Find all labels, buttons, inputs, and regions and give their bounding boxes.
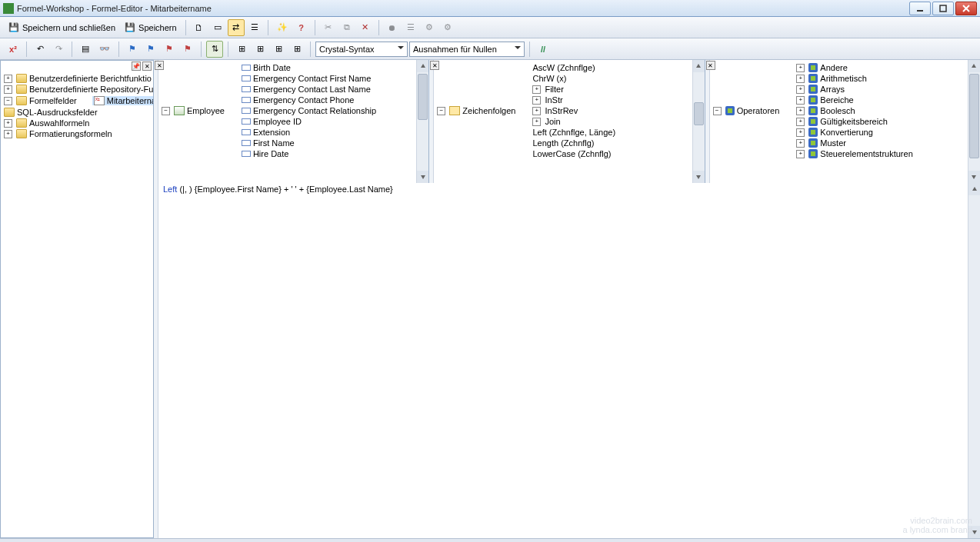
tree-item[interactable]: Mitarbeitername <box>92 96 153 105</box>
record-button[interactable]: ⏺ <box>384 19 401 36</box>
function-item[interactable]: Length (Zchnflg) <box>531 138 595 148</box>
operators-root[interactable]: Operatoren <box>712 106 782 115</box>
scrollbar-vertical[interactable] <box>692 60 705 183</box>
function-item[interactable]: Left (Zchnflge, Länge) <box>531 128 617 137</box>
operator-icon <box>808 117 818 126</box>
help-button[interactable]: ? <box>293 19 310 36</box>
field-item[interactable]: Emergency Contact Phone <box>240 95 355 105</box>
switch-button[interactable]: ⇄ <box>228 19 245 36</box>
bookmark3-button[interactable]: ⚑ <box>161 41 178 58</box>
functions-tree[interactable]: ZeichenfolgenAscW (Zchnflge)ChrW (x)Filt… <box>434 60 692 183</box>
properties-button[interactable]: ☰ <box>246 19 263 36</box>
field-item[interactable]: Birth Date <box>240 63 292 72</box>
scroll-thumb[interactable] <box>418 74 428 120</box>
tree-item[interactable]: Auswahlformeln <box>2 118 91 128</box>
toggle-view-button[interactable]: ▭ <box>209 19 226 36</box>
sort1-button[interactable]: ⇅ <box>206 41 223 58</box>
table-icon <box>174 106 185 115</box>
field-label: Emergency Contact Last Name <box>253 85 371 94</box>
field-item[interactable]: Emergency Contact First Name <box>240 74 372 83</box>
copy-button[interactable]: ⧉ <box>338 19 355 36</box>
save-close-label: Speichern und schließen <box>22 23 115 32</box>
operator-category[interactable]: Konvertierung <box>795 128 875 137</box>
check-syntax-button[interactable]: x² <box>5 41 22 58</box>
function-item[interactable]: Join <box>531 117 562 126</box>
function-item[interactable]: AscW (Zchnflge) <box>531 63 596 72</box>
tree2-button[interactable]: ⊞ <box>252 41 268 58</box>
minimize-button[interactable] <box>909 2 931 15</box>
function-category[interactable]: Zeichenfolgen <box>435 106 517 115</box>
operator-category[interactable]: Boolesch <box>795 106 856 115</box>
scroll-thumb[interactable] <box>969 74 979 158</box>
delete-button[interactable]: ✕ <box>357 19 374 36</box>
comment-button[interactable]: // <box>535 41 552 58</box>
maximize-button[interactable] <box>932 2 954 15</box>
separator <box>378 20 379 35</box>
bookmark4-button[interactable]: ⚑ <box>179 41 196 58</box>
flag-icon: ⚑ <box>128 44 136 54</box>
cut-button[interactable]: ✂ <box>320 19 337 36</box>
operator-category[interactable]: Bereiche <box>795 95 855 105</box>
operator-category[interactable]: Andere <box>795 63 848 72</box>
list-button[interactable]: ☰ <box>402 19 419 36</box>
function-item[interactable]: InStrRev <box>531 106 579 115</box>
tree-item[interactable]: Formatierungsformeln <box>2 129 114 138</box>
workshop-tree-panel: 📌 ✕ Benutzerdefinierte BerichtfunktioBen… <box>0 60 154 538</box>
tree1-button[interactable]: ⊞ <box>233 41 250 58</box>
tree-item[interactable]: Formelfelder <box>2 96 78 105</box>
field-label: Emergency Contact First Name <box>253 74 371 83</box>
field-item[interactable]: Emergency Contact Relationship <box>240 106 378 115</box>
function-item[interactable]: ChrW (x) <box>531 74 568 83</box>
gear2-button[interactable]: ⚙ <box>439 19 456 36</box>
close-button[interactable] <box>955 2 977 15</box>
bookmark1-button[interactable]: ⚑ <box>124 41 141 58</box>
tree4-button[interactable]: ⊞ <box>288 41 305 58</box>
tree-item[interactable]: Benutzerdefinierte Repository-Fu <box>2 85 153 94</box>
save-close-icon: 💾 <box>8 22 19 32</box>
formula-editor[interactable]: Left (|, ) {Employee.First Name} + ' ' +… <box>158 183 968 538</box>
function-item[interactable]: InStr <box>531 95 564 105</box>
operator-category[interactable]: Steuerelementstrukturen <box>795 149 914 158</box>
gear1-button[interactable]: ⚙ <box>421 19 438 36</box>
operator-category[interactable]: Arrays <box>795 85 846 94</box>
field-item[interactable]: Extension <box>240 128 292 137</box>
help-icon: ? <box>298 23 304 32</box>
tree-icon: ⊞ <box>275 44 282 54</box>
find-button[interactable]: 👓 <box>95 41 114 58</box>
browse-button[interactable]: ▤ <box>77 41 94 58</box>
table-node[interactable]: Employee <box>160 106 226 115</box>
field-item[interactable]: First Name <box>240 138 296 148</box>
tree3-button[interactable]: ⊞ <box>270 41 287 58</box>
operator-icon <box>808 95 818 105</box>
workshop-tree[interactable]: Benutzerdefinierte BerichtfunktioBenutze… <box>1 71 153 537</box>
tree-item[interactable]: Benutzerdefinierte Berichtfunktio <box>2 74 153 83</box>
field-item[interactable]: Hire Date <box>240 149 290 158</box>
undo-button[interactable]: ↶ <box>32 41 48 58</box>
field-icon <box>242 97 251 103</box>
scroll-thumb[interactable] <box>694 102 704 125</box>
syntax-select[interactable]: Crystal-Syntax <box>315 42 408 57</box>
field-item[interactable]: Employee ID <box>240 117 303 126</box>
operators-tree[interactable]: OperatorenAndereArithmetischArraysBereic… <box>710 60 968 183</box>
field-item[interactable]: Emergency Contact Last Name <box>240 85 372 94</box>
save-button[interactable]: 💾 Speichern <box>121 19 181 36</box>
redo-button[interactable]: ↷ <box>50 41 67 58</box>
operator-category[interactable]: Arithmetisch <box>795 74 868 83</box>
save-close-button[interactable]: 💾 Speichern und schließen <box>5 19 119 36</box>
tree-item[interactable]: SQL-Ausdrucksfelder <box>2 108 99 117</box>
bookmark2-button[interactable]: ⚑ <box>142 41 159 58</box>
scrollbar-vertical[interactable] <box>968 183 980 538</box>
function-item[interactable]: LowerCase (Zchnflg) <box>531 149 612 158</box>
scrollbar-vertical[interactable] <box>416 60 428 183</box>
pin-button[interactable]: 📌 <box>132 62 141 71</box>
scrollbar-vertical[interactable] <box>968 60 980 183</box>
operator-category[interactable]: Muster <box>795 138 848 148</box>
pane-close-button[interactable]: ✕ <box>142 62 152 71</box>
function-item[interactable]: Filter <box>531 85 565 94</box>
new-button[interactable]: 🗋 <box>191 19 208 36</box>
fields-tree[interactable]: EmployeeBirth DateEmergency Contact Firs… <box>158 60 416 183</box>
check-button[interactable]: ✨ <box>273 19 292 36</box>
code-token: Left <box>163 185 177 194</box>
nulls-select[interactable]: Ausnahmen für Nullen <box>409 42 525 57</box>
operator-category[interactable]: Gültigkeitsbereich <box>795 117 888 126</box>
